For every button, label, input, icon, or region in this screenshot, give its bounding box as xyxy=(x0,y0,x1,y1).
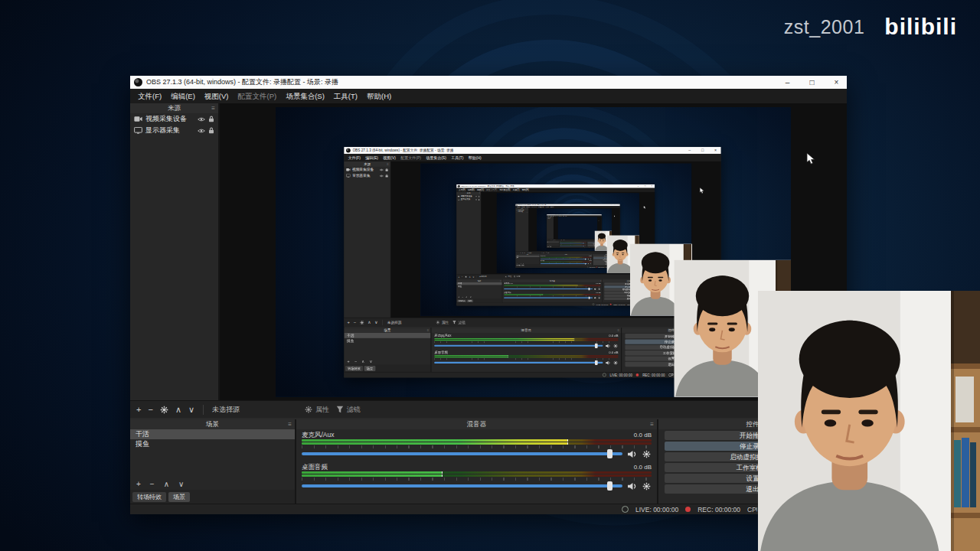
add-scene-button[interactable]: + xyxy=(458,296,459,298)
minimize-button[interactable]: – xyxy=(684,147,695,154)
scene-item-slack[interactable]: 摸鱼 xyxy=(516,257,540,259)
close-button[interactable]: × xyxy=(710,147,720,154)
lock-icon[interactable] xyxy=(208,116,214,122)
filters-button[interactable]: 滤镜 xyxy=(452,320,466,325)
dock-menu-icon[interactable]: ≡ xyxy=(288,419,292,429)
speaker-icon[interactable] xyxy=(594,288,597,290)
dock-menu-icon[interactable]: ≡ xyxy=(427,328,429,333)
volume-slider[interactable] xyxy=(541,259,587,259)
dock-menu-icon[interactable]: ≡ xyxy=(211,103,215,113)
lock-icon[interactable] xyxy=(478,195,479,197)
remove-source-button[interactable]: − xyxy=(462,276,463,278)
menu-tools[interactable]: 工具(T) xyxy=(329,89,362,103)
properties-button[interactable]: 属性 xyxy=(305,405,329,415)
filters-button[interactable]: 滤镜 xyxy=(546,252,550,253)
volume-slider-handle[interactable] xyxy=(585,263,586,265)
lock-icon[interactable] xyxy=(385,174,388,178)
add-scene-button[interactable]: + xyxy=(348,359,350,364)
speaker-icon[interactable] xyxy=(627,482,637,491)
speaker-icon[interactable] xyxy=(588,263,590,265)
source-item-display-capture[interactable]: 显示器采集 xyxy=(130,125,218,136)
volume-slider-handle[interactable] xyxy=(595,360,598,365)
filters-button[interactable]: 滤镜 xyxy=(514,276,521,279)
volume-slider-handle[interactable] xyxy=(583,243,584,244)
move-down-button[interactable]: ∨ xyxy=(188,405,194,415)
maximize-button[interactable]: □ xyxy=(802,76,822,89)
move-down-button[interactable]: ∨ xyxy=(472,276,474,279)
scene-item-slack[interactable]: 摸鱼 xyxy=(547,243,559,243)
speaker-icon[interactable] xyxy=(627,450,637,458)
channel-settings-gear-icon[interactable] xyxy=(590,263,592,265)
dock-menu-icon[interactable]: ≡ xyxy=(500,279,501,282)
menu-help[interactable]: 帮助(H) xyxy=(362,89,396,103)
menu-view[interactable]: 视图(V) xyxy=(381,154,398,161)
scene-item-work[interactable]: 干活 xyxy=(130,429,295,439)
source-item-display-capture[interactable]: 显示器采集 xyxy=(547,218,554,219)
channel-settings-gear-icon[interactable] xyxy=(598,297,601,299)
tab-scenes[interactable]: 场景 xyxy=(168,492,190,502)
properties-button[interactable]: 属性 xyxy=(541,252,545,253)
scene-up-button[interactable]: ∧ xyxy=(164,480,169,488)
tab-scenes[interactable]: 场景 xyxy=(364,366,376,371)
volume-slider[interactable] xyxy=(504,289,593,289)
remove-scene-button[interactable]: − xyxy=(354,359,357,364)
add-source-button[interactable]: + xyxy=(458,276,459,278)
add-source-button[interactable]: + xyxy=(136,405,141,414)
volume-slider-handle[interactable] xyxy=(583,246,584,246)
scene-item-work[interactable]: 干活 xyxy=(344,333,430,338)
preview-canvas[interactable]: OBS 27.1.3 (64-bit, windows) - 配置文件: 录播配… xyxy=(391,161,721,318)
tab-transitions[interactable]: 转场特效 xyxy=(345,366,363,371)
source-item-display-capture[interactable]: 显示器采集 xyxy=(344,173,390,179)
menu-profile[interactable]: 配置文件(P) xyxy=(233,89,281,103)
move-up-button[interactable]: ∧ xyxy=(469,276,471,279)
remove-source-button[interactable]: − xyxy=(354,320,356,324)
volume-slider-handle[interactable] xyxy=(589,288,590,290)
preview-canvas[interactable]: OBS 27.1.3 (64-bit, windows) - 配置文件: 录播配… xyxy=(220,103,847,400)
volume-slider[interactable] xyxy=(541,263,587,264)
scene-item-slack[interactable]: 摸鱼 xyxy=(130,439,295,449)
minimize-button[interactable]: – xyxy=(777,76,798,89)
source-item-video-capture[interactable]: 视频采集设备 xyxy=(344,167,390,173)
visibility-eye-icon[interactable] xyxy=(198,116,205,122)
menu-profile[interactable]: 配置文件(P) xyxy=(398,154,423,161)
add-source-button[interactable]: + xyxy=(517,252,518,253)
visibility-eye-icon[interactable] xyxy=(475,199,478,201)
menu-view[interactable]: 视图(V) xyxy=(200,89,234,103)
menu-file[interactable]: 文件(F) xyxy=(133,89,166,103)
remove-scene-button[interactable]: − xyxy=(462,296,463,298)
lock-icon[interactable] xyxy=(385,168,388,171)
dock-menu-icon[interactable]: ≡ xyxy=(650,419,654,429)
dock-menu-icon[interactable]: ≡ xyxy=(600,279,601,282)
move-up-button[interactable]: ∧ xyxy=(368,320,371,325)
lock-icon[interactable] xyxy=(208,127,214,134)
menu-scene-collection[interactable]: 场景集合(S) xyxy=(281,89,329,103)
menu-edit[interactable]: 编辑(E) xyxy=(363,154,381,161)
move-up-button[interactable]: ∧ xyxy=(522,252,523,253)
add-source-button[interactable]: + xyxy=(348,320,350,324)
channel-settings-gear-icon[interactable] xyxy=(613,360,619,365)
source-item-display-capture[interactable]: 显示器采集 xyxy=(516,211,529,213)
channel-settings-gear-icon[interactable] xyxy=(642,482,652,491)
speaker-icon[interactable] xyxy=(606,344,611,348)
preview-canvas[interactable]: OBS 27.1.3 (64-bit, windows) - 配置文件: 录播配… xyxy=(482,192,655,274)
channel-settings-gear-icon[interactable] xyxy=(590,259,592,260)
visibility-eye-icon[interactable] xyxy=(380,168,384,171)
move-down-button[interactable]: ∨ xyxy=(524,252,525,253)
remove-source-button[interactable]: − xyxy=(148,405,152,414)
menu-file[interactable]: 文件(F) xyxy=(345,154,363,161)
volume-slider-handle[interactable] xyxy=(607,449,612,458)
scene-down-button[interactable]: ∨ xyxy=(370,359,373,364)
move-down-button[interactable]: ∨ xyxy=(374,320,377,325)
visibility-eye-icon[interactable] xyxy=(380,174,384,178)
tab-transitions[interactable]: 转场特效 xyxy=(132,492,166,502)
remove-scene-button[interactable]: − xyxy=(150,480,155,488)
dock-menu-icon[interactable]: ≡ xyxy=(387,161,388,167)
source-settings-gear-icon[interactable] xyxy=(160,406,168,414)
channel-settings-gear-icon[interactable] xyxy=(613,344,619,348)
menu-tools[interactable]: 工具(T) xyxy=(449,154,466,161)
move-up-button[interactable]: ∧ xyxy=(175,405,181,415)
channel-settings-gear-icon[interactable] xyxy=(598,288,601,290)
tab-scenes[interactable]: 场景 xyxy=(467,299,473,302)
volume-slider[interactable] xyxy=(504,298,593,298)
speaker-icon[interactable] xyxy=(594,297,597,299)
